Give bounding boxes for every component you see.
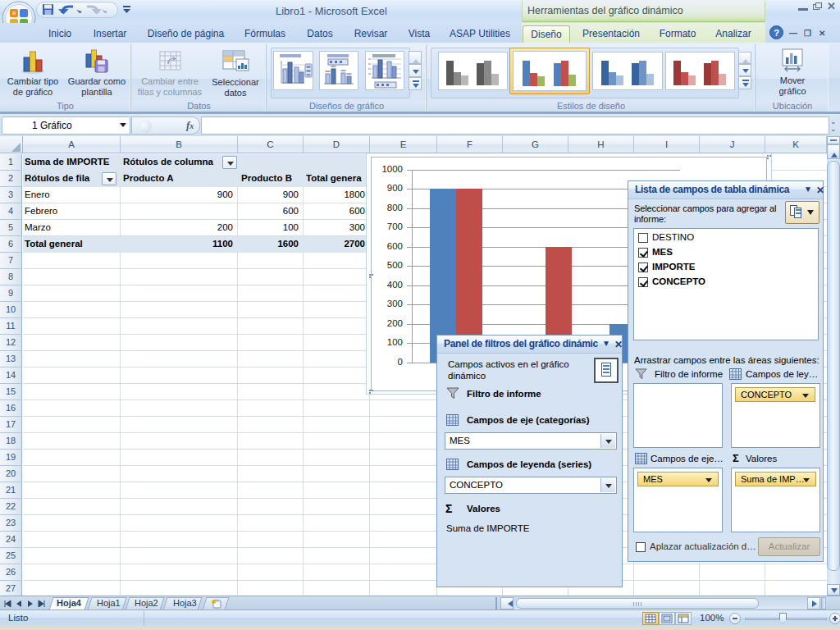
svg-text:✱: ✱ [212,599,217,605]
svg-text:?: ? [774,28,779,38]
